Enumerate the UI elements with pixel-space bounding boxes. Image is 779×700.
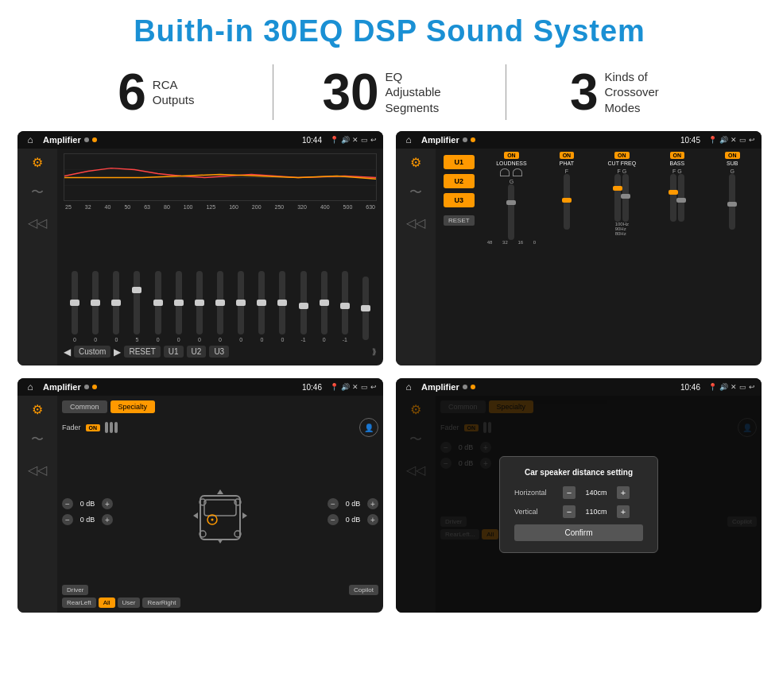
eq-prev-btn[interactable]: ◀ — [64, 346, 71, 358]
vol-minus-1[interactable]: − — [62, 498, 73, 509]
zone-copilot[interactable]: Copilot — [349, 585, 378, 595]
vol-plus-1[interactable]: + — [102, 498, 113, 509]
loudness-slider[interactable] — [508, 184, 514, 240]
u3-button[interactable]: U3 — [444, 193, 475, 207]
fader-row: Fader ON 👤 — [62, 418, 378, 437]
back-icon[interactable]: ↩ — [370, 136, 377, 144]
eq-u1-btn[interactable]: U1 — [164, 346, 184, 358]
vol-minus-2[interactable]: − — [62, 514, 73, 525]
horizontal-minus-btn[interactable]: − — [563, 486, 576, 499]
bass-on-badge: ON — [670, 152, 685, 159]
u1-button[interactable]: U1 — [444, 155, 475, 169]
amp2-spk-icon[interactable]: ◁◁ — [406, 215, 425, 230]
crossover-back-icon[interactable]: ↩ — [370, 383, 377, 391]
eq-custom-preset[interactable]: Custom — [74, 346, 110, 358]
cutfreq-name: CUT FREQ — [608, 160, 637, 166]
sub-name: SUB — [727, 160, 738, 166]
tab-specialty[interactable]: Specialty — [110, 400, 156, 413]
crossover-close-icon: ✕ — [352, 383, 358, 391]
u2-button[interactable]: U2 — [444, 174, 475, 188]
crossover-wave-icon[interactable]: 〜 — [31, 431, 44, 448]
bass-slider-1[interactable] — [670, 174, 676, 222]
crossover-location-icon: 📍 — [330, 383, 339, 391]
speaker-panel-icon[interactable]: ◁◁ — [28, 215, 47, 230]
bass-slider-2[interactable] — [678, 174, 684, 222]
vol-minus-3[interactable]: − — [327, 498, 339, 509]
slider-13[interactable]: 0 — [315, 271, 334, 342]
wave-panel-icon[interactable]: 〜 — [31, 184, 44, 201]
eq-u3-btn[interactable]: U3 — [209, 346, 229, 358]
speaker-settings-icon[interactable]: 👤 — [359, 418, 378, 437]
vertical-value: 110cm — [580, 508, 612, 516]
slider-8[interactable]: 0 — [211, 271, 230, 342]
eq-u2-btn[interactable]: U2 — [187, 346, 207, 358]
slider-12[interactable]: -1 — [294, 271, 313, 342]
expand-icon[interactable]: ⟫ — [372, 347, 377, 356]
tab-common[interactable]: Common — [62, 400, 107, 413]
amp2-reset-btn[interactable]: RESET — [444, 215, 475, 226]
slider-2[interactable]: 0 — [86, 271, 105, 342]
slider-6[interactable]: 0 — [169, 271, 188, 342]
loudness-name: LOUDNESS — [496, 160, 527, 166]
slider-15[interactable] — [356, 277, 375, 342]
home-icon[interactable]: ⌂ — [24, 133, 37, 146]
eq-screen: ⌂ Amplifier 10:44 📍 🔊 ✕ ▭ ↩ ⚙ 〜 ◁◁ — [17, 131, 383, 365]
cutfreq-slider-1[interactable] — [614, 174, 621, 222]
zone-driver[interactable]: Driver — [62, 585, 88, 595]
vol-minus-4[interactable]: − — [327, 514, 339, 525]
zone-user[interactable]: User — [118, 598, 141, 608]
eq-panel-icon[interactable]: ⚙ — [32, 155, 43, 170]
distance-home-icon[interactable]: ⌂ — [402, 381, 415, 393]
slider-4[interactable]: 5 — [127, 271, 146, 342]
status-dot-1 — [84, 137, 89, 142]
eq-reset-btn[interactable]: RESET — [124, 346, 160, 358]
crossover-eq-icon[interactable]: ⚙ — [32, 402, 43, 417]
amp2-location-icon: 📍 — [708, 136, 717, 144]
slider-3[interactable]: 0 — [107, 271, 126, 342]
amp2-time: 10:45 — [680, 136, 700, 145]
amp2-home-icon[interactable]: ⌂ — [402, 133, 415, 146]
stat-rca: 6 RCAOutputs — [48, 67, 265, 118]
crossover-volume-icon: 🔊 — [341, 383, 350, 391]
fader-bar-2[interactable] — [110, 422, 113, 433]
vol-plus-3[interactable]: + — [367, 498, 378, 509]
stat-eq-number: 30 — [322, 67, 378, 118]
slider-1[interactable]: 0 — [65, 271, 84, 342]
horizontal-plus-btn[interactable]: + — [617, 486, 630, 499]
fader-bar-3[interactable] — [114, 422, 118, 433]
loudness-on-badge: ON — [504, 152, 519, 159]
amp2-eq-icon[interactable]: ⚙ — [410, 155, 421, 170]
zone-rearright[interactable]: RearRight — [142, 598, 180, 608]
vol-plus-4[interactable]: + — [367, 514, 378, 525]
zone-rearleft[interactable]: RearLeft — [62, 598, 96, 608]
cutfreq-vals: F G — [618, 168, 627, 174]
crossover-app-name: Amplifier — [43, 382, 81, 392]
vertical-plus-btn[interactable]: + — [617, 505, 630, 518]
confirm-button[interactable]: Confirm — [514, 524, 643, 541]
amp2-back-icon[interactable]: ↩ — [749, 136, 755, 144]
crossover-home-icon[interactable]: ⌂ — [24, 381, 37, 393]
distance-time: 10:46 — [680, 383, 700, 392]
zone-all[interactable]: All — [99, 598, 115, 608]
vertical-minus-btn[interactable]: − — [563, 505, 576, 518]
slider-14[interactable]: -1 — [335, 271, 355, 342]
amp2-wave-icon[interactable]: 〜 — [409, 184, 422, 201]
vol-plus-2[interactable]: + — [102, 514, 113, 525]
slider-7[interactable]: 0 — [190, 271, 209, 342]
distance-volume-icon: 🔊 — [719, 383, 728, 391]
slider-10[interactable]: 0 — [252, 271, 271, 342]
fader-on-badge: ON — [86, 424, 101, 431]
eq-play-btn[interactable]: ▶ — [114, 346, 121, 358]
slider-11[interactable]: 0 — [273, 271, 292, 342]
sub-slider[interactable] — [729, 174, 735, 230]
fader-bar-1[interactable] — [105, 422, 108, 433]
distance-back-icon[interactable]: ↩ — [749, 383, 755, 391]
volume-icon: 🔊 — [341, 136, 350, 144]
slider-9[interactable]: 0 — [231, 271, 250, 342]
cutfreq-slider-2[interactable] — [622, 174, 629, 222]
amp2-volume-icon: 🔊 — [719, 136, 728, 144]
crossover-spk-icon[interactable]: ◁◁ — [28, 462, 47, 478]
slider-5[interactable]: 0 — [149, 271, 168, 342]
crossover-status-bar: ⌂ Amplifier 10:46 📍 🔊 ✕ ▭ ↩ — [17, 378, 383, 396]
phat-slider[interactable] — [564, 174, 570, 230]
